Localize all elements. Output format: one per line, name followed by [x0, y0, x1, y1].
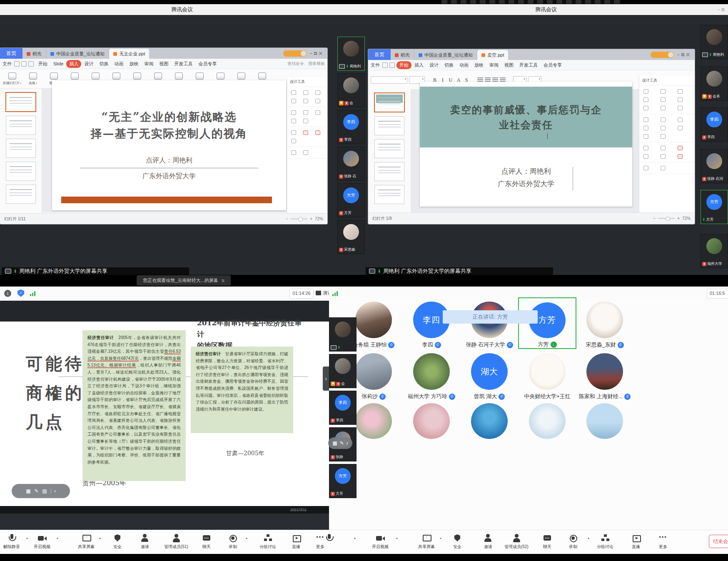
caret-up-icon[interactable]: [56, 536, 59, 539]
slide-thumbnail[interactable]: [374, 92, 405, 112]
redo-icon[interactable]: [28, 61, 34, 67]
annotation-grid-icon[interactable]: ▦: [26, 489, 30, 494]
tl-wps-home-button[interactable]: 首页: [0, 48, 22, 59]
slide-thumbnail[interactable]: [6, 139, 36, 158]
participant-cell[interactable]: 中央财经大学+王红: [518, 349, 576, 401]
caret-up-icon[interactable]: [396, 536, 399, 539]
ribbon-tab[interactable]: 切换: [96, 60, 111, 68]
video-tile[interactable]: 张静 石河: [701, 149, 728, 183]
zoom-slider[interactable]: [658, 218, 675, 219]
participant-cell[interactable]: 湖大 曾凯 湖大: [460, 349, 519, 401]
video-tile[interactable]: 福州大学: [701, 234, 728, 268]
caret-up-icon[interactable]: [99, 536, 102, 539]
toolbar-button[interactable]: 共享屏幕: [70, 533, 102, 550]
ribbon-tab[interactable]: 动画: [111, 60, 126, 68]
toolbar-button[interactable]: 解除静音: [0, 533, 27, 550]
participant-cell[interactable]: 福州大学 方巧玲: [402, 349, 461, 401]
video-tile[interactable]: 方芳 方芳: [329, 464, 357, 498]
ribbon-tab[interactable]: 动画: [456, 61, 471, 69]
ribbon-tab[interactable]: 审阅: [141, 60, 156, 68]
wps-doc-tab[interactable]: 无主企业.ppt: [109, 49, 149, 59]
save-icon[interactable]: [14, 61, 20, 67]
video-tile[interactable]: 方芳 方芳: [701, 190, 728, 224]
annotation-board-icon[interactable]: ▤: [42, 489, 47, 494]
participant-cell[interactable]: [402, 399, 461, 439]
ribbon-tab[interactable]: 视图: [156, 60, 171, 68]
ribbon-tab[interactable]: 设计: [426, 61, 441, 69]
collapse-chevron-icon[interactable]: ‹: [51, 489, 56, 494]
file-menu[interactable]: 文件: [371, 62, 380, 68]
video-tile[interactable]: 周艳利: [337, 37, 365, 71]
zoom-in-icon[interactable]: +: [677, 216, 680, 221]
wps-doc-tab[interactable]: 稻壳: [22, 49, 46, 59]
ribbon-item[interactable]: 表格: [23, 72, 42, 85]
wps-account-pill[interactable]: [651, 52, 674, 58]
toolbar-button[interactable]: 开启视频: [364, 533, 396, 550]
wps-doc-tab[interactable]: 中国企业质量_论坛通知: [46, 49, 109, 59]
ribbon-tab[interactable]: 视图: [501, 61, 516, 69]
ribbon-tab[interactable]: 开发工具: [171, 60, 195, 68]
search-hint[interactable]: 查找命令、搜索模板: [287, 61, 325, 67]
slide-thumbnail[interactable]: [374, 116, 404, 135]
caret-up-icon[interactable]: [26, 536, 29, 539]
video-tile[interactable]: 周艳利: [701, 25, 728, 59]
ribbon-tab[interactable]: 开始: [396, 61, 411, 69]
video-tile[interactable]: [329, 317, 357, 352]
font-family-select[interactable]: [371, 76, 407, 84]
wps-window-controls[interactable]: −⧉✕: [677, 52, 691, 57]
video-tile[interactable]: 李四 李四: [701, 107, 728, 142]
participant-cell[interactable]: 陈家和 上海财经...: [576, 349, 634, 401]
toolbar-button[interactable]: 分组讨论: [252, 533, 284, 550]
participant-cell[interactable]: [518, 399, 576, 439]
annotation-pen-icon[interactable]: ✎: [34, 489, 38, 494]
next-page-arrow[interactable]: ›: [323, 367, 329, 391]
wps-window-controls[interactable]: −⧉✕: [309, 51, 324, 56]
video-tile[interactable]: 会: [337, 73, 365, 107]
collapse-chevron-icon[interactable]: ‹: [347, 441, 348, 446]
caret-up-icon[interactable]: [245, 536, 248, 539]
wps-doc-tab[interactable]: 中国企业质量_论坛通知: [414, 50, 477, 60]
security-shield-icon[interactable]: [17, 289, 24, 297]
ribbon-tab[interactable]: Slide: [50, 60, 66, 67]
tr-wps-home-button[interactable]: 首页: [368, 49, 391, 60]
zoom-out-icon[interactable]: −: [286, 217, 288, 221]
slide-thumbnail[interactable]: [6, 116, 36, 135]
slide-thumbnail[interactable]: [6, 162, 36, 181]
caret-up-icon[interactable]: [439, 536, 442, 539]
toolbar-button[interactable]: 管理成员(52): [501, 533, 532, 550]
slide-thumbnail[interactable]: [374, 185, 404, 204]
wps-doc-tab[interactable]: 卖空.ppt: [477, 50, 508, 60]
toolbar-button[interactable]: 共享屏幕: [411, 533, 442, 550]
br-annotation-toolbar[interactable]: ▦ ✎ ‹: [328, 437, 352, 449]
slide-thumbnail[interactable]: [374, 139, 404, 158]
toolbar-button[interactable]: 分组讨论: [589, 533, 621, 550]
toolbar-button[interactable]: 邀请: [472, 533, 504, 550]
video-tile[interactable]: 宋思淼: [337, 220, 365, 254]
banner-menu-icon[interactable]: [222, 278, 224, 284]
participant-cell[interactable]: [460, 399, 519, 439]
video-tile[interactable]: 张静 石: [337, 147, 365, 181]
video-tile[interactable]: 会: [329, 354, 357, 388]
toolbar-button[interactable]: 安全: [441, 533, 473, 550]
ribbon-tab[interactable]: 插入: [66, 60, 81, 68]
ribbon-tab[interactable]: 会员专享: [541, 61, 565, 69]
ribbon-tab[interactable]: 设计: [81, 60, 96, 68]
zoom-level[interactable]: 72%: [315, 217, 323, 221]
toolbar-button[interactable]: 录制: [217, 533, 249, 550]
wps-account-pill[interactable]: [283, 50, 307, 57]
end-meeting-button[interactable]: 结束会议: [709, 535, 728, 548]
participant-cell[interactable]: [576, 399, 634, 439]
caret-up-icon[interactable]: [354, 536, 357, 539]
toolbar-button[interactable]: 管理成员(51): [160, 533, 192, 550]
annotation-grid-icon[interactable]: ▦: [332, 441, 337, 446]
ribbon-tab[interactable]: 放映: [471, 61, 486, 69]
toolbar-button[interactable]: 录制: [557, 533, 589, 550]
ribbon-item[interactable]: 新建幻灯片: [2, 72, 22, 85]
video-tile[interactable]: 方芳 方芳: [337, 183, 365, 217]
annotation-pen-icon[interactable]: ✎: [340, 441, 344, 446]
ribbon-tab[interactable]: 会员专享: [195, 60, 219, 68]
zoom-level[interactable]: 72%: [682, 216, 691, 221]
toolbar-button[interactable]: 更多: [647, 533, 679, 550]
tr-titlebar-controls[interactable]: − ⧉: [718, 4, 725, 15]
video-tile[interactable]: 会务: [701, 67, 728, 101]
